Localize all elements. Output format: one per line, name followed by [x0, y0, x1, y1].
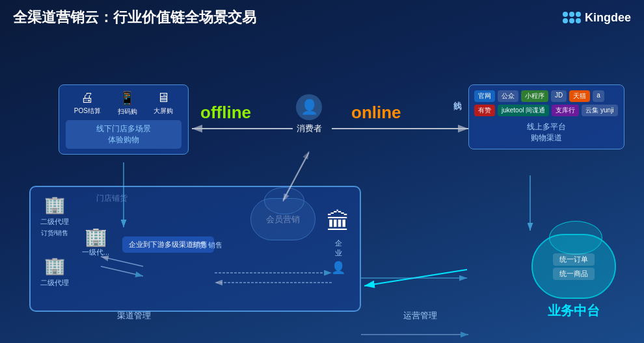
online-platform-label: 线上多平台购物渠道: [474, 121, 619, 144]
business-cloud-shape: 统一订单 统一商品: [531, 234, 616, 299]
pos-icon: 🖨: [81, 90, 94, 105]
building-icon-2: 🏢: [44, 256, 65, 276]
scan-icon: 📱: [119, 90, 135, 106]
consumer-label: 消费者: [297, 123, 322, 134]
company-icon-col: 🏛 企业 👤: [327, 209, 350, 275]
company-icon: 🏛: [327, 209, 350, 236]
platform-gongzhong: 公众: [498, 90, 518, 102]
platform-zhikuxing: 支库行: [552, 105, 579, 116]
building-icon-primary: 🏢: [85, 226, 107, 248]
order-sales-label: 订货 销售: [192, 240, 222, 250]
platform-yunji: 云集 yunji: [582, 105, 617, 116]
offline-store-box: 🖨 POS结算 📱 扫码购 🖥 大屏购 线下门店多场景体验购物: [59, 84, 189, 155]
unified-order: 统一订单: [553, 253, 595, 266]
agent2-label: 二级代理: [40, 278, 69, 288]
page-title: 全渠道营销云：行业价值链全场景交易: [13, 8, 256, 27]
ops-mgmt-label: 运营管理: [403, 310, 437, 322]
logo: Kingdee: [563, 11, 631, 25]
offline-store-inner: 线下门店多场景体验购物: [66, 120, 181, 149]
unified-product: 统一商品: [553, 268, 595, 280]
platform-youzhan: 有赞: [474, 105, 495, 116]
business-cloud: 统一订单 统一商品 业务中台: [528, 234, 619, 320]
diagram: offline online 🖨 POS结算 📱 扫码购 🖥 大屏购 线下门店多…: [0, 32, 644, 343]
online-label: online: [351, 103, 401, 123]
platform-tianmao: 天猫: [569, 90, 590, 102]
platform-juketool: juketool 间谍通: [498, 105, 549, 116]
agent1: 🏢 二级代理 订货/销售: [40, 195, 69, 238]
scan-icon-item: 📱 扫码购: [118, 90, 137, 116]
platform-miniapp: 小程序: [521, 90, 548, 102]
logo-text: Kingdee: [585, 11, 631, 25]
platform-jd: JD: [551, 90, 567, 102]
agent2: 🏢 二级代理: [40, 256, 69, 288]
secondary-agents-col: 🏢 二级代理 订货/销售 🏢 二级代理: [40, 195, 69, 288]
bigscreen-icon-item: 🖥 大屏购: [154, 90, 173, 116]
scan-label: 扫码购: [118, 107, 137, 116]
business-platform-label: 业务中台: [548, 302, 600, 320]
platform-official: 官网: [474, 90, 495, 102]
primary-label: 一级代...: [82, 248, 109, 257]
channel-mgmt-label: 渠道管理: [117, 310, 151, 322]
building-icon-1: 🏢: [44, 195, 65, 215]
primary-agent-col: 🏢 一级代...: [82, 226, 109, 257]
pos-icon-item: 🖨 POS结算: [74, 90, 101, 116]
platform-icons-row: 官网 公众 小程序 JD 天猫 a 有赞 juketool 间谍通 支库行 云集…: [474, 90, 619, 116]
platform-amazon: a: [593, 90, 604, 102]
online-box: 官网 公众 小程序 JD 天猫 a 有赞 juketool 间谍通 支库行 云集…: [468, 84, 624, 149]
consumer-icon: 👤: [296, 94, 322, 120]
offline-label: offline: [200, 103, 251, 123]
offline-icons-row: 🖨 POS结算 📱 扫码购 🖥 大屏购: [66, 90, 181, 116]
line-buy-label: 线购: [451, 94, 463, 97]
bigscreen-icon: 🖥: [157, 90, 170, 105]
svg-line-10: [364, 270, 467, 286]
pos-label: POS结算: [74, 107, 101, 116]
person-icon: 👤: [331, 260, 345, 275]
primary-agent: 🏢 一级代...: [82, 226, 109, 257]
agent1-label: 二级代理: [40, 217, 69, 227]
offline-store-label: 线下门店多场景体验购物: [96, 124, 151, 144]
logo-icon: [563, 12, 581, 23]
header: 全渠道营销云：行业价值链全场景交易 Kingdee: [0, 0, 644, 32]
company-label: 企业: [335, 238, 342, 258]
consumer-area: 👤 消费者: [296, 94, 322, 134]
bigscreen-label: 大屏购: [154, 107, 173, 116]
agent1-sublabel: 订货/销售: [41, 229, 69, 238]
